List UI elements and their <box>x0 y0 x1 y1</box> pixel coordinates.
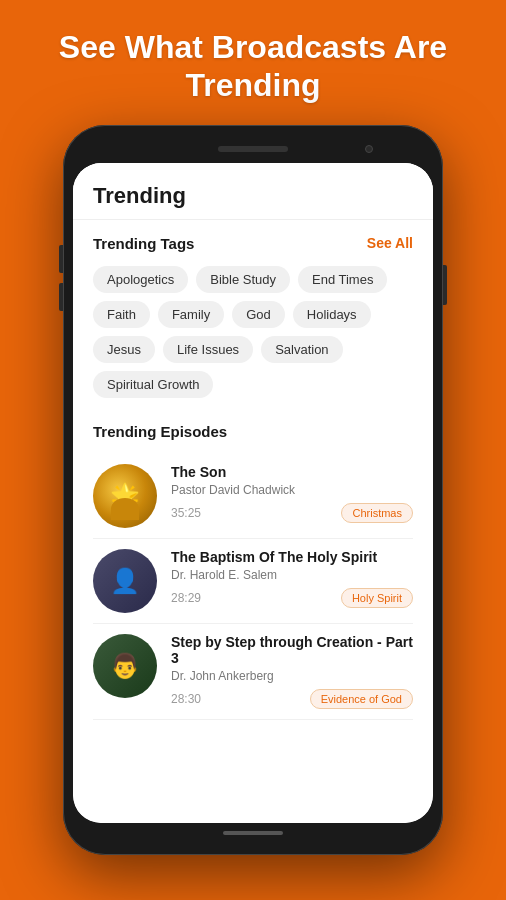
episode-speaker-creation: Dr. John Ankerberg <box>171 669 413 683</box>
phone-top-bar <box>73 135 433 163</box>
screen-header: Trending <box>73 163 433 220</box>
episode-title-baptism: The Baptism Of The Holy Spirit <box>171 549 413 565</box>
power-button <box>443 265 447 305</box>
episode-thumbnail-baptism: 👤 <box>93 549 157 613</box>
trending-episodes-section: Trending Episodes 🌟 The Son Pastor David… <box>73 413 433 735</box>
tag-end-times[interactable]: End Times <box>298 266 387 293</box>
episode-item-the-son[interactable]: 🌟 The Son Pastor David Chadwick 35:25 Ch… <box>93 454 413 539</box>
episode-tag-christmas[interactable]: Christmas <box>341 503 413 523</box>
tag-salvation[interactable]: Salvation <box>261 336 342 363</box>
episode-thumbnail-the-son: 🌟 <box>93 464 157 528</box>
home-indicator <box>223 831 283 835</box>
tag-spiritual-growth[interactable]: Spiritual Growth <box>93 371 213 398</box>
episode-meta-creation: 28:30 Evidence of God <box>171 689 413 709</box>
phone-screen: Trending Trending Tags See All Apologeti… <box>73 163 433 823</box>
episode-speaker-the-son: Pastor David Chadwick <box>171 483 413 497</box>
thumb-icon-son: 🌟 <box>93 464 157 528</box>
episode-title-creation: Step by Step through Creation - Part 3 <box>171 634 413 666</box>
trending-tags-section: Trending Tags See All Apologetics Bible … <box>73 220 433 413</box>
volume-down-button <box>59 283 63 311</box>
episode-tag-holy-spirit[interactable]: Holy Spirit <box>341 588 413 608</box>
tag-bible-study[interactable]: Bible Study <box>196 266 290 293</box>
episode-item-baptism[interactable]: 👤 The Baptism Of The Holy Spirit Dr. Har… <box>93 539 413 624</box>
front-camera <box>365 145 373 153</box>
episode-duration-creation: 28:30 <box>171 692 201 706</box>
tag-life-issues[interactable]: Life Issues <box>163 336 253 363</box>
tag-apologetics[interactable]: Apologetics <box>93 266 188 293</box>
episode-duration-the-son: 35:25 <box>171 506 201 520</box>
tag-family[interactable]: Family <box>158 301 224 328</box>
tags-section-title: Trending Tags <box>93 235 194 252</box>
episode-tag-evidence-of-god[interactable]: Evidence of God <box>310 689 413 709</box>
episodes-section-title: Trending Episodes <box>93 423 413 440</box>
thumb-icon-baptism: 👤 <box>93 549 157 613</box>
episode-meta-baptism: 28:29 Holy Spirit <box>171 588 413 608</box>
episode-info-the-son: The Son Pastor David Chadwick 35:25 Chri… <box>171 464 413 523</box>
tag-god[interactable]: God <box>232 301 285 328</box>
page-header-title: See What Broadcasts Are Trending <box>0 0 506 125</box>
tag-faith[interactable]: Faith <box>93 301 150 328</box>
phone-bottom-bar <box>73 823 433 843</box>
tags-section-header: Trending Tags See All <box>93 235 413 252</box>
volume-up-button <box>59 245 63 273</box>
thumb-icon-creation: 👨 <box>93 634 157 698</box>
screen-content: Trending Trending Tags See All Apologeti… <box>73 163 433 823</box>
episode-title-the-son: The Son <box>171 464 413 480</box>
tag-jesus[interactable]: Jesus <box>93 336 155 363</box>
see-all-button[interactable]: See All <box>367 235 413 251</box>
episode-info-baptism: The Baptism Of The Holy Spirit Dr. Harol… <box>171 549 413 608</box>
speaker-grille <box>218 146 288 152</box>
episode-item-creation[interactable]: 👨 Step by Step through Creation - Part 3… <box>93 624 413 720</box>
episode-info-creation: Step by Step through Creation - Part 3 D… <box>171 634 413 709</box>
episode-thumbnail-creation: 👨 <box>93 634 157 698</box>
tag-holidays[interactable]: Holidays <box>293 301 371 328</box>
episode-duration-baptism: 28:29 <box>171 591 201 605</box>
tags-container: Apologetics Bible Study End Times Faith … <box>93 266 413 398</box>
episode-speaker-baptism: Dr. Harold E. Salem <box>171 568 413 582</box>
phone-mockup: Trending Trending Tags See All Apologeti… <box>63 125 443 855</box>
screen-title: Trending <box>93 183 413 209</box>
episode-meta-the-son: 35:25 Christmas <box>171 503 413 523</box>
